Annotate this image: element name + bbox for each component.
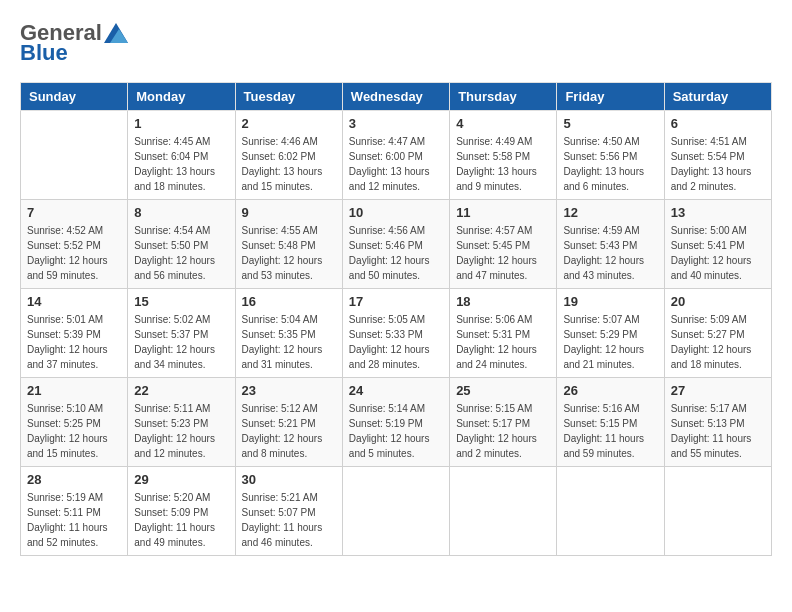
day-info: Sunrise: 5:00 AMSunset: 5:41 PMDaylight:… — [671, 223, 765, 283]
day-info: Sunrise: 5:19 AMSunset: 5:11 PMDaylight:… — [27, 490, 121, 550]
weekday-header-friday: Friday — [557, 83, 664, 111]
logo: General Blue — [20, 20, 128, 66]
weekday-header-row: SundayMondayTuesdayWednesdayThursdayFrid… — [21, 83, 772, 111]
day-number: 13 — [671, 205, 765, 220]
day-number: 26 — [563, 383, 657, 398]
day-info: Sunrise: 5:04 AMSunset: 5:35 PMDaylight:… — [242, 312, 336, 372]
calendar-cell: 11Sunrise: 4:57 AMSunset: 5:45 PMDayligh… — [450, 200, 557, 289]
calendar-table: SundayMondayTuesdayWednesdayThursdayFrid… — [20, 82, 772, 556]
weekday-header-thursday: Thursday — [450, 83, 557, 111]
calendar-cell — [21, 111, 128, 200]
day-number: 28 — [27, 472, 121, 487]
day-info: Sunrise: 4:45 AMSunset: 6:04 PMDaylight:… — [134, 134, 228, 194]
calendar-cell: 14Sunrise: 5:01 AMSunset: 5:39 PMDayligh… — [21, 289, 128, 378]
day-number: 2 — [242, 116, 336, 131]
day-number: 14 — [27, 294, 121, 309]
calendar-cell: 5Sunrise: 4:50 AMSunset: 5:56 PMDaylight… — [557, 111, 664, 200]
calendar-cell: 20Sunrise: 5:09 AMSunset: 5:27 PMDayligh… — [664, 289, 771, 378]
day-number: 29 — [134, 472, 228, 487]
day-info: Sunrise: 5:02 AMSunset: 5:37 PMDaylight:… — [134, 312, 228, 372]
calendar-cell: 2Sunrise: 4:46 AMSunset: 6:02 PMDaylight… — [235, 111, 342, 200]
calendar-cell: 24Sunrise: 5:14 AMSunset: 5:19 PMDayligh… — [342, 378, 449, 467]
day-info: Sunrise: 5:12 AMSunset: 5:21 PMDaylight:… — [242, 401, 336, 461]
calendar-cell: 26Sunrise: 5:16 AMSunset: 5:15 PMDayligh… — [557, 378, 664, 467]
day-info: Sunrise: 4:55 AMSunset: 5:48 PMDaylight:… — [242, 223, 336, 283]
calendar-cell: 6Sunrise: 4:51 AMSunset: 5:54 PMDaylight… — [664, 111, 771, 200]
day-number: 17 — [349, 294, 443, 309]
day-number: 4 — [456, 116, 550, 131]
calendar-week-row: 28Sunrise: 5:19 AMSunset: 5:11 PMDayligh… — [21, 467, 772, 556]
day-info: Sunrise: 4:50 AMSunset: 5:56 PMDaylight:… — [563, 134, 657, 194]
weekday-header-tuesday: Tuesday — [235, 83, 342, 111]
weekday-header-saturday: Saturday — [664, 83, 771, 111]
day-number: 18 — [456, 294, 550, 309]
day-number: 16 — [242, 294, 336, 309]
day-number: 7 — [27, 205, 121, 220]
day-info: Sunrise: 5:05 AMSunset: 5:33 PMDaylight:… — [349, 312, 443, 372]
day-info: Sunrise: 4:47 AMSunset: 6:00 PMDaylight:… — [349, 134, 443, 194]
logo-icon — [104, 23, 128, 43]
calendar-cell: 28Sunrise: 5:19 AMSunset: 5:11 PMDayligh… — [21, 467, 128, 556]
day-number: 22 — [134, 383, 228, 398]
weekday-header-wednesday: Wednesday — [342, 83, 449, 111]
day-number: 6 — [671, 116, 765, 131]
calendar-cell: 1Sunrise: 4:45 AMSunset: 6:04 PMDaylight… — [128, 111, 235, 200]
day-number: 11 — [456, 205, 550, 220]
calendar-cell — [342, 467, 449, 556]
day-number: 8 — [134, 205, 228, 220]
calendar-cell: 23Sunrise: 5:12 AMSunset: 5:21 PMDayligh… — [235, 378, 342, 467]
day-info: Sunrise: 4:49 AMSunset: 5:58 PMDaylight:… — [456, 134, 550, 194]
day-info: Sunrise: 5:01 AMSunset: 5:39 PMDaylight:… — [27, 312, 121, 372]
page-header: General Blue — [20, 20, 772, 66]
day-info: Sunrise: 5:17 AMSunset: 5:13 PMDaylight:… — [671, 401, 765, 461]
day-info: Sunrise: 4:59 AMSunset: 5:43 PMDaylight:… — [563, 223, 657, 283]
calendar-cell — [557, 467, 664, 556]
day-info: Sunrise: 4:52 AMSunset: 5:52 PMDaylight:… — [27, 223, 121, 283]
calendar-week-row: 7Sunrise: 4:52 AMSunset: 5:52 PMDaylight… — [21, 200, 772, 289]
day-number: 23 — [242, 383, 336, 398]
calendar-cell: 18Sunrise: 5:06 AMSunset: 5:31 PMDayligh… — [450, 289, 557, 378]
calendar-cell — [450, 467, 557, 556]
day-info: Sunrise: 5:07 AMSunset: 5:29 PMDaylight:… — [563, 312, 657, 372]
day-info: Sunrise: 5:21 AMSunset: 5:07 PMDaylight:… — [242, 490, 336, 550]
calendar-week-row: 21Sunrise: 5:10 AMSunset: 5:25 PMDayligh… — [21, 378, 772, 467]
day-number: 19 — [563, 294, 657, 309]
day-info: Sunrise: 4:46 AMSunset: 6:02 PMDaylight:… — [242, 134, 336, 194]
calendar-week-row: 1Sunrise: 4:45 AMSunset: 6:04 PMDaylight… — [21, 111, 772, 200]
day-number: 1 — [134, 116, 228, 131]
day-number: 5 — [563, 116, 657, 131]
day-number: 9 — [242, 205, 336, 220]
logo-blue-text: Blue — [20, 40, 68, 66]
day-info: Sunrise: 5:16 AMSunset: 5:15 PMDaylight:… — [563, 401, 657, 461]
day-number: 24 — [349, 383, 443, 398]
calendar-cell — [664, 467, 771, 556]
calendar-cell: 22Sunrise: 5:11 AMSunset: 5:23 PMDayligh… — [128, 378, 235, 467]
day-info: Sunrise: 5:11 AMSunset: 5:23 PMDaylight:… — [134, 401, 228, 461]
weekday-header-sunday: Sunday — [21, 83, 128, 111]
calendar-cell: 19Sunrise: 5:07 AMSunset: 5:29 PMDayligh… — [557, 289, 664, 378]
calendar-cell: 8Sunrise: 4:54 AMSunset: 5:50 PMDaylight… — [128, 200, 235, 289]
day-info: Sunrise: 5:06 AMSunset: 5:31 PMDaylight:… — [456, 312, 550, 372]
day-info: Sunrise: 4:57 AMSunset: 5:45 PMDaylight:… — [456, 223, 550, 283]
day-info: Sunrise: 4:51 AMSunset: 5:54 PMDaylight:… — [671, 134, 765, 194]
calendar-cell: 16Sunrise: 5:04 AMSunset: 5:35 PMDayligh… — [235, 289, 342, 378]
calendar-cell: 13Sunrise: 5:00 AMSunset: 5:41 PMDayligh… — [664, 200, 771, 289]
calendar-cell: 7Sunrise: 4:52 AMSunset: 5:52 PMDaylight… — [21, 200, 128, 289]
day-info: Sunrise: 5:15 AMSunset: 5:17 PMDaylight:… — [456, 401, 550, 461]
day-info: Sunrise: 5:09 AMSunset: 5:27 PMDaylight:… — [671, 312, 765, 372]
calendar-cell: 30Sunrise: 5:21 AMSunset: 5:07 PMDayligh… — [235, 467, 342, 556]
day-number: 21 — [27, 383, 121, 398]
calendar-cell: 10Sunrise: 4:56 AMSunset: 5:46 PMDayligh… — [342, 200, 449, 289]
day-number: 20 — [671, 294, 765, 309]
day-info: Sunrise: 4:56 AMSunset: 5:46 PMDaylight:… — [349, 223, 443, 283]
day-number: 27 — [671, 383, 765, 398]
calendar-cell: 3Sunrise: 4:47 AMSunset: 6:00 PMDaylight… — [342, 111, 449, 200]
day-number: 25 — [456, 383, 550, 398]
calendar-cell: 25Sunrise: 5:15 AMSunset: 5:17 PMDayligh… — [450, 378, 557, 467]
weekday-header-monday: Monday — [128, 83, 235, 111]
calendar-cell: 15Sunrise: 5:02 AMSunset: 5:37 PMDayligh… — [128, 289, 235, 378]
day-info: Sunrise: 5:14 AMSunset: 5:19 PMDaylight:… — [349, 401, 443, 461]
calendar-cell: 29Sunrise: 5:20 AMSunset: 5:09 PMDayligh… — [128, 467, 235, 556]
day-info: Sunrise: 4:54 AMSunset: 5:50 PMDaylight:… — [134, 223, 228, 283]
day-number: 30 — [242, 472, 336, 487]
